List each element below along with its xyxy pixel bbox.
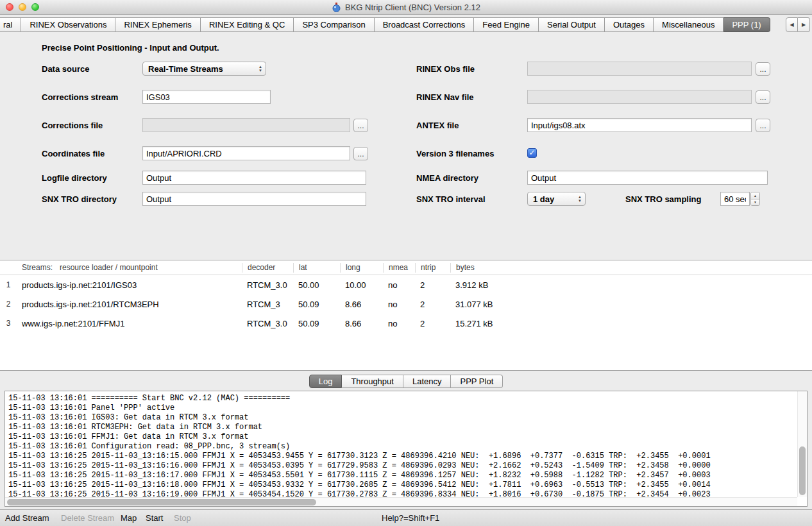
tab-scroll-right-button[interactable]: ▶ — [798, 17, 810, 32]
rinex-obs-file-browse-button[interactable]: ... — [756, 62, 770, 76]
log-line: 15-11-03 13:16:25 2015-11-03_13:16:15.00… — [8, 452, 795, 461]
snx-tro-interval-dropdown[interactable]: 1 day ▲▼ — [527, 192, 586, 206]
stream-row[interactable]: 3 www.igs-ip.net:2101/FFMJ1 RTCM_3.0 50.… — [0, 314, 812, 333]
main-tab-bar: ral RINEX Observations RINEX Ephemeris R… — [0, 15, 812, 32]
delete-stream-button[interactable]: Delete Stream — [61, 513, 114, 523]
log-line: 15-11-03 13:16:01 Configuration read: 08… — [8, 442, 795, 452]
rinex-nav-file-input[interactable] — [527, 90, 752, 104]
bnc-window: BKG Ntrip Client (BNC) Version 2.12 ral … — [0, 0, 812, 526]
log-line: 15-11-03 13:16:25 2015-11-03_13:16:16.00… — [8, 461, 795, 471]
log-horizontal-scrollbar-thumb[interactable] — [7, 499, 316, 505]
log-vertical-scrollbar[interactable] — [797, 391, 807, 497]
antex-file-label: ANTEX file — [416, 121, 459, 130]
stream-row-number: 1 — [0, 280, 17, 289]
antex-file-browse-button[interactable]: ... — [756, 119, 770, 132]
tab-broadcast-corrections[interactable]: Broadcast Corrections — [375, 17, 475, 32]
log-line: 15-11-03 13:16:01 FFMJ1: Get data in RTC… — [8, 432, 795, 442]
stream-ntrip: 2 — [415, 300, 450, 309]
stop-button[interactable]: Stop — [174, 513, 191, 523]
stream-nmea: no — [383, 300, 415, 309]
snx-tro-interval-value: 1 day — [533, 194, 574, 204]
tab-rinex-editing-qc[interactable]: RINEX Editing & QC — [201, 17, 294, 32]
dropdown-arrows-icon: ▲▼ — [578, 196, 582, 203]
version3-filenames-label: Version 3 filenames — [416, 149, 494, 158]
log-line: 15-11-03 13:16:25 2015-11-03_13:16:18.00… — [8, 480, 795, 490]
stream-nmea: no — [383, 280, 415, 290]
tab-throughput[interactable]: Throughput — [342, 375, 403, 388]
add-stream-button[interactable]: Add Stream — [5, 513, 49, 523]
stream-lat: 50.09 — [293, 319, 340, 328]
lat-column-header: lat — [293, 263, 340, 273]
tab-scroll-left-button[interactable]: ◀ — [786, 17, 798, 32]
log-line: 15-11-03 13:16:01 RTCM3EPH: Get data in … — [8, 423, 795, 432]
log-vertical-scrollbar-thumb[interactable] — [799, 446, 806, 495]
tab-feed-engine[interactable]: Feed Engine — [474, 17, 539, 32]
stream-bytes: 3.912 kB — [450, 280, 812, 290]
streams-table: Streams: resource loader / mountpoint de… — [0, 260, 812, 371]
traffic-lights — [6, 3, 39, 11]
stream-long: 10.00 — [340, 280, 383, 290]
log-tab-bar: Log Throughput Latency PPP Plot — [0, 375, 812, 388]
tab-log[interactable]: Log — [309, 375, 343, 388]
stepper-up-icon[interactable]: ▲ — [751, 192, 759, 199]
data-source-label: Data source — [42, 64, 89, 74]
streams-header-mountpoint: Streams: resource loader / mountpoint — [0, 263, 242, 273]
tab-sp3-comparison[interactable]: SP3 Comparison — [294, 17, 374, 32]
rinex-nav-file-browse-button[interactable]: ... — [756, 90, 770, 104]
stream-nmea: no — [383, 319, 415, 328]
stream-row[interactable]: 1 products.igs-ip.net:2101/IGS03 RTCM_3.… — [0, 275, 812, 294]
nmea-directory-input[interactable] — [527, 171, 768, 185]
tab-serial-output[interactable]: Serial Output — [539, 17, 605, 32]
stream-bytes: 31.077 kB — [450, 300, 812, 309]
streams-header-row: Streams: resource loader / mountpoint de… — [0, 260, 812, 275]
corrections-stream-label: Corrections stream — [42, 92, 118, 102]
bytes-column-header: bytes — [450, 263, 812, 273]
snx-tro-directory-label: SNX TRO directory — [42, 194, 117, 204]
tab-miscellaneous[interactable]: Miscellaneous — [654, 17, 723, 32]
close-window-button[interactable] — [6, 3, 13, 11]
tab-outages[interactable]: Outages — [605, 17, 654, 32]
stepper-down-icon[interactable]: ▼ — [751, 199, 759, 206]
stream-mountpoint: products.igs-ip.net:2101/RTCM3EPH — [17, 300, 242, 309]
data-source-dropdown[interactable]: Real-Time Streams ▲▼ — [142, 62, 266, 76]
rinex-obs-file-input[interactable] — [527, 62, 752, 76]
rinex-obs-file-label: RINEX Obs file — [416, 64, 475, 74]
tab-rinex-ephemeris[interactable]: RINEX Ephemeris — [115, 17, 200, 32]
logfile-directory-label: Logfile directory — [42, 173, 107, 183]
log-lines: 15-11-03 13:16:01 ========== Start BNC v… — [8, 394, 795, 500]
version3-filenames-checkbox[interactable]: ✓ — [527, 148, 537, 158]
stream-decoder: RTCM_3 — [242, 300, 293, 309]
log-line: 15-11-03 13:16:01 Panel 'PPP' active — [8, 403, 795, 413]
snx-tro-directory-input[interactable] — [142, 192, 366, 206]
tab-rinex-observations[interactable]: RINEX Observations — [21, 17, 115, 32]
decoder-column-header: decoder — [242, 263, 293, 273]
tab-general-clipped[interactable]: ral — [0, 17, 21, 32]
log-view[interactable]: 15-11-03 13:16:01 ========== Start BNC v… — [4, 391, 808, 507]
coordinates-file-browse-button[interactable]: ... — [353, 147, 368, 160]
zoom-window-button[interactable] — [31, 3, 39, 11]
log-horizontal-scrollbar[interactable] — [5, 497, 797, 506]
scroll-left-icon: ◀ — [790, 22, 793, 28]
corrections-file-input[interactable] — [142, 118, 350, 132]
tab-latency[interactable]: Latency — [403, 375, 452, 388]
snx-tro-sampling-stepper: ▲ ▼ — [750, 192, 760, 206]
stream-row[interactable]: 2 products.igs-ip.net:2101/RTCM3EPH RTCM… — [0, 294, 812, 314]
antex-file-input[interactable] — [527, 118, 752, 132]
corrections-stream-input[interactable] — [142, 90, 271, 104]
coordinates-file-input[interactable] — [142, 146, 350, 160]
stream-row-number: 2 — [0, 300, 17, 309]
start-button[interactable]: Start — [146, 513, 163, 523]
log-line: 15-11-03 13:16:25 2015-11-03_13:16:17.00… — [8, 471, 795, 480]
minimize-window-button[interactable] — [19, 3, 26, 11]
tab-ppp[interactable]: PPP (1) — [723, 17, 770, 32]
map-button[interactable]: Map — [121, 513, 137, 523]
streams-header-prefix: Streams: — [22, 263, 53, 273]
stream-bytes: 15.271 kB — [450, 319, 812, 328]
corrections-file-browse-button[interactable]: ... — [353, 119, 368, 132]
tab-ppp-plot[interactable]: PPP Plot — [451, 375, 503, 388]
help-hint: Help?=Shift+F1 — [382, 513, 439, 523]
logfile-directory-input[interactable] — [142, 171, 366, 185]
snx-tro-sampling-input[interactable] — [720, 192, 750, 206]
log-line: 15-11-03 13:16:01 ========== Start BNC v… — [8, 394, 795, 403]
stream-mountpoint: www.igs-ip.net:2101/FFMJ1 — [17, 319, 242, 328]
